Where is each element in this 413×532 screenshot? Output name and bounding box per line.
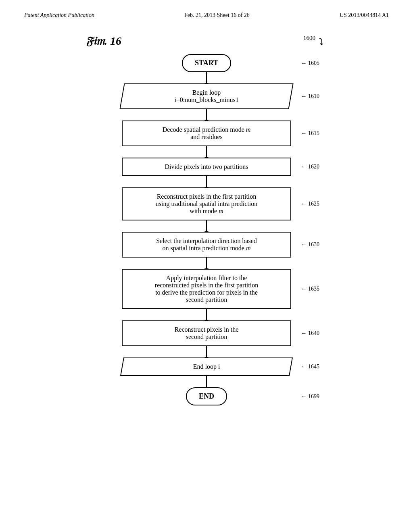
header-left: Patent Application Publication <box>24 12 94 19</box>
reconstruct-first-node: Reconstruct pixels in the first partitio… <box>122 187 291 220</box>
page-header: Patent Application Publication Feb. 21, … <box>24 12 389 19</box>
connector-1 <box>206 72 207 83</box>
apply-filter-node: Apply interpolation filter to the recons… <box>122 269 291 309</box>
divide-row: Divide pixels into two partitions ← 1620 <box>86 158 327 176</box>
fig-title: 𝔉𝔦𝔪. 16 <box>86 35 327 48</box>
connector-6 <box>206 258 207 269</box>
select-label: ← 1630 <box>301 241 320 248</box>
reconstruct-second-line2: second partition <box>131 333 282 341</box>
begin-loop-line2: i=0:num_blocks_minus1 <box>131 96 282 104</box>
decode-node: Decode spatial prediction mode m and res… <box>122 121 291 146</box>
header-right: US 2013/0044814 A1 <box>340 12 389 19</box>
select-row: Select the interpolation direction based… <box>86 232 327 258</box>
reconstruct-first-line1: Reconstruct pixels in the first partitio… <box>131 193 282 200</box>
connector-4 <box>206 176 207 187</box>
apply-filter-row: Apply interpolation filter to the recons… <box>86 269 327 309</box>
end-label: ← 1699 <box>301 393 320 400</box>
begin-loop-node: Begin loop i=0:num_blocks_minus1 <box>119 83 293 109</box>
apply-filter-line2: reconstructed pixels in the first partit… <box>131 282 282 289</box>
decode-label: ← 1615 <box>301 130 320 137</box>
reconstruct-second-row: Reconstruct pixels in the second partiti… <box>86 320 327 346</box>
end-loop-row: End loop i ← 1645 <box>86 357 327 376</box>
reconstruct-second-node: Reconstruct pixels in the second partiti… <box>122 320 291 346</box>
decode-row: Decode spatial prediction mode m and res… <box>86 121 327 146</box>
reconstruct-first-line3: with mode m <box>131 208 282 215</box>
divide-node: Divide pixels into two partitions <box>122 158 291 176</box>
connector-7 <box>206 309 207 320</box>
header-center: Feb. 21, 2013 Sheet 16 of 26 <box>184 12 250 19</box>
connector-8 <box>206 346 207 357</box>
apply-filter-line4: second partition <box>131 296 282 303</box>
flowchart: START ← 1605 Begin loop i=0:num_blocks_m… <box>86 54 327 405</box>
reconstruct-first-label: ← 1625 <box>301 201 320 207</box>
reconstruct-second-line1: Reconstruct pixels in the <box>131 326 282 333</box>
end-loop-node: End loop i <box>120 357 293 376</box>
divide-label: ← 1620 <box>301 164 320 170</box>
start-node: START <box>182 54 231 72</box>
begin-loop-line1: Begin loop <box>131 89 282 96</box>
apply-filter-line3: to derive the prediction for pixels in t… <box>131 289 282 296</box>
select-line2: on spatial intra prediction mode m <box>131 245 282 252</box>
apply-filter-label: ← 1635 <box>301 286 320 292</box>
reconstruct-first-row: Reconstruct pixels in the first partitio… <box>86 187 327 220</box>
apply-filter-line1: Apply interpolation filter to the <box>131 274 282 282</box>
page: Patent Application Publication Feb. 21, … <box>0 0 413 532</box>
begin-loop-label: ← 1610 <box>301 93 320 100</box>
fig-number: 1600 <box>303 35 315 42</box>
begin-loop-row: Begin loop i=0:num_blocks_minus1 ← 1610 <box>86 83 327 109</box>
curve-arrow-icon: ⤵ <box>319 37 323 47</box>
end-row: END ← 1699 <box>86 387 327 405</box>
end-loop-label: ← 1645 <box>301 364 320 370</box>
connector-9 <box>206 376 207 387</box>
select-node: Select the interpolation direction based… <box>122 232 291 258</box>
start-row: START ← 1605 <box>86 54 327 72</box>
diagram-container: 𝔉𝔦𝔪. 16 1600 ⤵ START ← 1605 Begin loop i… <box>24 31 389 405</box>
reconstruct-second-label: ← 1640 <box>301 330 320 337</box>
connector-2 <box>206 109 207 121</box>
connector-3 <box>206 146 207 158</box>
end-node: END <box>186 387 227 405</box>
start-label: ← 1605 <box>301 60 320 66</box>
end-loop-line1: End loop i <box>131 363 282 370</box>
decode-line1: Decode spatial prediction mode m <box>131 126 282 133</box>
connector-5 <box>206 220 207 232</box>
select-line1: Select the interpolation direction based <box>131 237 282 245</box>
reconstruct-first-line2: using traditional spatial intra predicti… <box>131 200 282 208</box>
decode-line2: and residues <box>131 133 282 141</box>
